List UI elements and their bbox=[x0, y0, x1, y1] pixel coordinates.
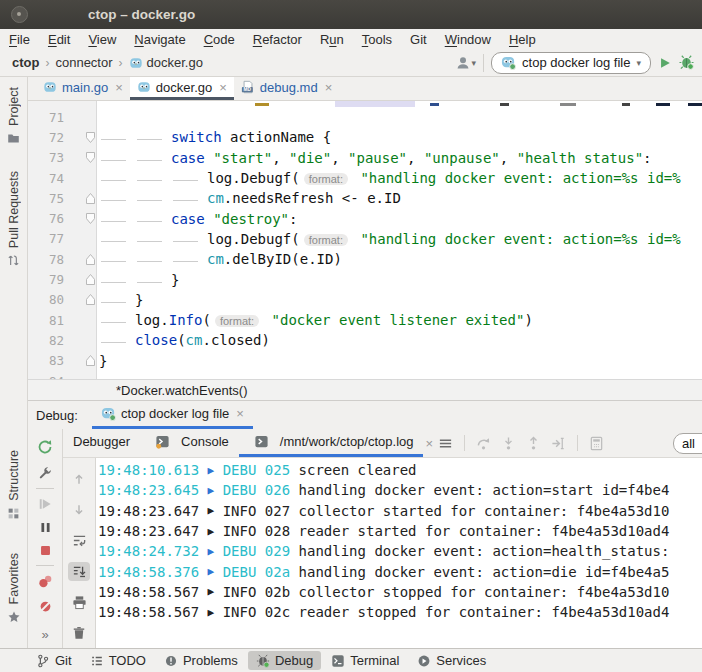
statusbar-debug-button[interactable]: Debug bbox=[248, 651, 321, 670]
fold-marker-open[interactable] bbox=[64, 152, 96, 163]
debug-tab-console[interactable]: Console bbox=[140, 429, 239, 457]
tab-whitespace-mark bbox=[171, 179, 207, 183]
statusbar-services-button[interactable]: Services bbox=[409, 651, 494, 670]
code-line-81[interactable]: 81log.Info(format: "docker event listene… bbox=[28, 310, 702, 330]
debug-button[interactable] bbox=[679, 55, 694, 70]
code-line-74[interactable]: 74log.Debugf(format: "handling docker ev… bbox=[28, 168, 702, 188]
code-editor[interactable]: 7172switch actionName {73case "start", "… bbox=[28, 101, 702, 379]
code-line-75[interactable]: 75cm.needsRefresh <- e.ID bbox=[28, 188, 702, 208]
menu-window[interactable]: Window bbox=[436, 32, 500, 47]
editor-tab-main-go[interactable]: main.go× bbox=[36, 77, 130, 100]
fold-marker-close[interactable] bbox=[64, 355, 96, 366]
statusbar-todo-button[interactable]: TODO bbox=[82, 651, 154, 670]
code-line-83[interactable]: 83} bbox=[28, 351, 702, 371]
menu-view[interactable]: View bbox=[79, 32, 125, 47]
tab-whitespace-mark bbox=[99, 281, 135, 285]
code-line-76[interactable]: 76case "destroy": bbox=[28, 208, 702, 228]
tool-stripe-favorites[interactable]: Favorites bbox=[0, 553, 27, 624]
mute-bkpts-button[interactable] bbox=[38, 599, 53, 614]
rerun-button[interactable] bbox=[37, 439, 53, 455]
stop-button[interactable] bbox=[39, 544, 52, 557]
menu-code[interactable]: Code bbox=[195, 32, 244, 47]
star-icon bbox=[7, 610, 21, 624]
tool-stripe-pull-requests[interactable]: Pull Requests bbox=[0, 171, 27, 267]
step-out-button[interactable] bbox=[526, 436, 541, 451]
close-icon[interactable]: × bbox=[325, 80, 333, 95]
arrow-down-button[interactable] bbox=[68, 500, 90, 520]
code-line-72[interactable]: 72switch actionName { bbox=[28, 127, 702, 147]
tab-whitespace-mark bbox=[99, 240, 135, 244]
menu-git[interactable]: Git bbox=[401, 32, 436, 47]
avatar[interactable]: ▾ bbox=[455, 55, 477, 71]
log-line-028: 19:48:23.647 ▶ INFO 028 reader started f… bbox=[98, 521, 702, 541]
code-line-71[interactable]: 71 bbox=[28, 107, 702, 127]
menu-refactor[interactable]: Refactor bbox=[244, 32, 311, 47]
step-into-button[interactable] bbox=[501, 436, 516, 451]
editor-tab-docker-go[interactable]: docker.go× bbox=[130, 77, 234, 100]
fold-marker-close[interactable] bbox=[64, 274, 96, 285]
code-line-73[interactable]: 73case "start", "die", "pause", "unpause… bbox=[28, 148, 702, 168]
print-button[interactable] bbox=[68, 592, 90, 612]
step-over-button[interactable] bbox=[476, 436, 491, 451]
run-button[interactable] bbox=[658, 56, 672, 70]
debug-content-column: DebuggerConsole/mnt/work/ctop/ctop.log×a… bbox=[63, 429, 702, 648]
resume-button[interactable] bbox=[38, 497, 52, 511]
menu-edit[interactable]: Edit bbox=[39, 32, 79, 47]
debug-panel-body: » DebuggerConsole/mnt/work/ctop/ctop.log… bbox=[28, 429, 702, 648]
parameter-hint: format: bbox=[304, 234, 348, 246]
log-console[interactable]: 19:48:10.613 ▶ DEBU 025 screen cleared19… bbox=[96, 458, 702, 648]
arrow-up-button[interactable] bbox=[68, 470, 90, 490]
tool-stripe-structure[interactable]: Structure bbox=[0, 450, 27, 520]
log-line-02b: 19:48:58.567 ▶ INFO 02b collector stoppe… bbox=[98, 582, 702, 602]
tool-stripe-label: Project bbox=[7, 87, 21, 126]
code-line-84[interactable]: 84 bbox=[28, 371, 702, 379]
close-icon[interactable]: × bbox=[115, 80, 123, 95]
code-line-78[interactable]: 78cm.delByID(e.ID) bbox=[28, 249, 702, 269]
menu-run[interactable]: Run bbox=[311, 32, 353, 47]
menu-help[interactable]: Help bbox=[500, 32, 545, 47]
statusbar-terminal-button[interactable]: Terminal bbox=[323, 651, 407, 670]
pause-button[interactable] bbox=[39, 521, 52, 534]
close-icon[interactable]: × bbox=[236, 406, 244, 421]
log-line-026: 19:48:23.645 ▶ DEBU 026 handling docker … bbox=[98, 480, 702, 500]
fold-marker-close[interactable] bbox=[64, 254, 96, 265]
evaluate-button[interactable] bbox=[589, 436, 604, 451]
fold-marker-close[interactable] bbox=[64, 294, 96, 305]
editor-tab-debug-md[interactable]: MDdebug.md× bbox=[234, 77, 339, 100]
menu-button[interactable] bbox=[438, 436, 453, 451]
main-toolbar: ctop›connector›docker.go ▾ ctop docker l… bbox=[0, 49, 702, 77]
wrench-button[interactable] bbox=[38, 465, 53, 480]
tool-stripe-project[interactable]: Project bbox=[0, 87, 27, 145]
soft-wrap-button[interactable] bbox=[68, 531, 90, 551]
menu-tools[interactable]: Tools bbox=[353, 32, 401, 47]
status-bar: GitTODOProblemsDebugTerminalServices bbox=[0, 648, 702, 672]
code-line-79[interactable]: 79} bbox=[28, 269, 702, 289]
close-icon[interactable]: × bbox=[425, 436, 433, 451]
code-line-80[interactable]: 80} bbox=[28, 290, 702, 310]
debug-tab--mnt-work-ctop-ctop-log[interactable]: /mnt/work/ctop/ctop.log bbox=[239, 429, 424, 457]
run-configuration-select[interactable]: ctop docker log file ▾ bbox=[491, 52, 651, 74]
statusbar-problems-button[interactable]: Problems bbox=[156, 651, 246, 670]
close-icon[interactable]: × bbox=[219, 80, 227, 95]
menu-file[interactable]: File bbox=[0, 32, 39, 47]
fold-marker-close[interactable] bbox=[64, 193, 96, 204]
user-icon bbox=[455, 55, 471, 71]
trash-button[interactable] bbox=[68, 623, 90, 643]
window-menu-button[interactable] bbox=[11, 6, 28, 23]
breadcrumb-connector[interactable]: connector bbox=[55, 55, 112, 70]
breadcrumb-ctop[interactable]: ctop bbox=[12, 55, 39, 70]
bkpts-button[interactable] bbox=[38, 574, 53, 589]
debug-session-tab[interactable]: ctop docker log file × bbox=[92, 401, 253, 429]
code-line-82[interactable]: 82close(cm.closed) bbox=[28, 330, 702, 350]
more-actions-button[interactable]: » bbox=[41, 627, 48, 642]
fold-marker-open[interactable] bbox=[64, 213, 96, 224]
log-filter-select[interactable]: all bbox=[673, 433, 702, 454]
menu-navigate[interactable]: Navigate bbox=[125, 32, 194, 47]
breadcrumb-docker-go[interactable]: docker.go bbox=[129, 55, 203, 70]
statusbar-git-button[interactable]: Git bbox=[28, 651, 80, 670]
run-cursor-button[interactable] bbox=[551, 436, 566, 451]
fold-marker-open[interactable] bbox=[64, 132, 96, 143]
code-line-77[interactable]: 77log.Debugf(format: "handling docker ev… bbox=[28, 229, 702, 249]
debug-tab-debugger[interactable]: Debugger bbox=[63, 429, 140, 457]
scroll-end-button[interactable] bbox=[68, 562, 90, 582]
